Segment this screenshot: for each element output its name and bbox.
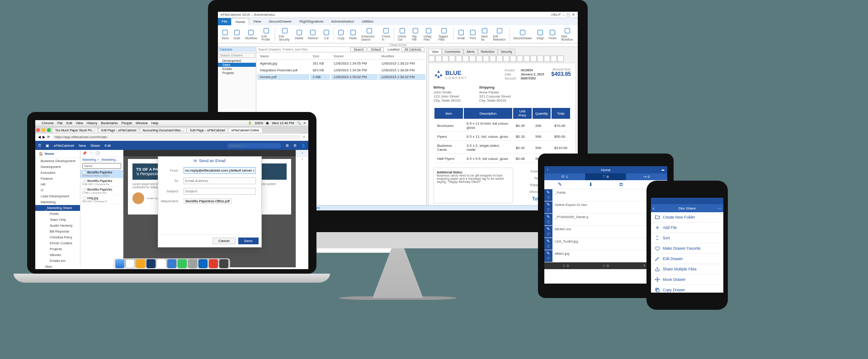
email-to-field[interactable]: [184, 177, 256, 184]
browser-tab[interactable]: Too Much Paper Stock Ph…: [52, 128, 98, 133]
seg-favorite[interactable]: ♡ 8: [585, 173, 627, 180]
pv-tool-icon[interactable]: [435, 56, 442, 62]
menubar-history[interactable]: History: [87, 121, 97, 125]
tb-new[interactable]: New: [79, 144, 86, 148]
menu-extra-icon[interactable]: ≡: [304, 121, 306, 125]
nav-finance[interactable]: Finance: [35, 176, 80, 182]
tb-user-icon[interactable]: 👤: [301, 144, 306, 148]
dock-app-icon[interactable]: [157, 259, 166, 268]
nav-back-icon[interactable]: ◀: [38, 135, 41, 139]
preview-tab-retention[interactable]: Retention: [478, 49, 498, 55]
menubar-bookmarks[interactable]: Bookmarks: [101, 121, 118, 125]
ribbon-securedrawer[interactable]: SecureDrawer: [511, 26, 534, 42]
home-label[interactable]: Home: [45, 152, 54, 156]
pv-tool-icon[interactable]: [503, 56, 509, 62]
pv-tool-icon[interactable]: [483, 56, 489, 62]
webapp-search[interactable]: [227, 143, 281, 148]
tablet-cloud-icon[interactable]: ☁: [658, 166, 667, 173]
ribbon-save-as[interactable]: Save As: [479, 26, 490, 42]
tab-file[interactable]: File: [218, 18, 231, 25]
menubar-people[interactable]: People: [122, 121, 132, 125]
filter-input[interactable]: [82, 163, 121, 169]
tab-right[interactable]: RightSignature: [296, 18, 327, 25]
ribbon-check-out[interactable]: Check Out: [396, 26, 409, 42]
nav-sub[interactable]: Public: [35, 211, 80, 217]
nav-development[interactable]: Development: [35, 164, 80, 170]
dock-settings-icon[interactable]: [188, 259, 197, 268]
pv-tool-icon[interactable]: [544, 56, 550, 62]
phone-action-folder-plus[interactable]: Create New Folder: [651, 212, 723, 223]
ribbon-untag-files[interactable]: Untag Files: [422, 26, 436, 42]
dock-messages-icon[interactable]: [178, 259, 187, 268]
email-cancel-button[interactable]: Cancel: [212, 238, 236, 244]
menubar-window[interactable]: Window: [136, 121, 148, 125]
file-row[interactable]: Integration-Flowchart.pdf823 KB12/8/2015…: [257, 67, 425, 73]
tab-home[interactable]: Home: [231, 18, 249, 25]
tab-view[interactable]: View: [250, 18, 264, 25]
action-edit-icon[interactable]: ✎: [544, 182, 575, 187]
ribbon-start-workflow[interactable]: Start Workflow: [559, 26, 576, 42]
nav-reload-icon[interactable]: ⟳: [47, 135, 50, 139]
nav-fwd-icon[interactable]: ▶: [42, 135, 45, 139]
nav-hr[interactable]: HR: [35, 182, 80, 187]
action-copy-icon[interactable]: ⧉: [606, 182, 637, 187]
ribbon-email[interactable]: Email: [456, 26, 467, 42]
dock-calendar-icon[interactable]: [126, 259, 135, 268]
browser-tab[interactable]: Edit Page – eFileCabinet: [187, 128, 227, 133]
nav-marketing-share[interactable]: _Marketing Share: [35, 205, 80, 211]
col-pin-icon[interactable]: 📌: [82, 151, 87, 155]
menubar-view[interactable]: View: [76, 121, 83, 125]
url-field[interactable]: https://app.efilecabinet.com/#/main: [52, 135, 301, 140]
pv-tool-icon[interactable]: [462, 56, 469, 62]
ribbon-copy[interactable]: Copy: [335, 26, 346, 42]
phone-tools-icon[interactable]: ⋯: [717, 206, 722, 211]
window-close-dot[interactable]: [36, 128, 40, 132]
ribbon-refresh[interactable]: Refresh: [306, 26, 320, 42]
pv-tool-icon[interactable]: [476, 56, 482, 62]
close-icon[interactable]: ✕: [572, 13, 575, 17]
nav-lead-development[interactable]: Lead Development: [35, 193, 80, 199]
col-name[interactable]: Name: [257, 53, 309, 60]
email-body-field[interactable]: [158, 206, 261, 233]
ribbon-check-in[interactable]: Check In: [380, 26, 392, 42]
tree-projects[interactable]: Projects: [218, 71, 256, 75]
email-subject-field[interactable]: [184, 188, 256, 195]
pv-tool-icon[interactable]: [524, 56, 530, 62]
pv-tool-icon[interactable]: [442, 56, 448, 62]
nav-sub[interactable]: Projects: [35, 246, 80, 252]
dock-illustrator-icon[interactable]: [136, 259, 145, 268]
action-download-icon[interactable]: ⬇: [575, 182, 606, 187]
ribbon-scan[interactable]: Scan: [231, 26, 242, 42]
nav-marketing[interactable]: Marketing: [35, 199, 80, 205]
breadcrumb[interactable]: Marketing > _Marketing...: [80, 157, 123, 162]
ribbon-esign[interactable]: eSign: [535, 26, 546, 42]
minimize-icon[interactable]: –: [563, 13, 565, 17]
spotlight-icon[interactable]: 🔍: [297, 121, 301, 125]
drawer-file[interactable]: 📄 bldg.jpg369 KB | Christina P: [80, 196, 123, 204]
phone-action-plus[interactable]: Add File: [651, 223, 723, 233]
nav-sub[interactable]: EDGE Confere: [35, 240, 80, 246]
bookmark-icon[interactable]: ☆: [302, 135, 306, 139]
phone-action-move[interactable]: Move Drawer: [651, 275, 723, 285]
phone-action-copy[interactable]: Copy Drawer: [651, 285, 723, 293]
nav-sub[interactable]: Austin Hesterly: [35, 223, 80, 228]
nav-executive[interactable]: Executive: [35, 170, 80, 176]
pv-tool-icon[interactable]: [456, 56, 462, 62]
pv-tool-icon[interactable]: [490, 56, 496, 62]
ribbon-workflow[interactable]: Workflow: [243, 26, 259, 42]
drawer-file[interactable]: 📄 Benefits-Paperles5.68 MB | Christina P…: [80, 178, 123, 187]
tb-grid-icon[interactable]: ⊞: [286, 144, 289, 148]
ribbon-delete[interactable]: Delete: [293, 26, 305, 42]
preview-tab-comments[interactable]: Comments: [442, 49, 463, 55]
pv-tool-icon[interactable]: [449, 56, 455, 62]
nav-sub[interactable]: Christina Perry: [35, 234, 80, 240]
email-send-button[interactable]: Send: [238, 238, 259, 244]
tree-development[interactable]: Development: [218, 59, 256, 63]
browser-tab[interactable]: Accounting Document Man…: [140, 128, 186, 133]
drawer-file[interactable]: 📄 Benefits-Paperles1 MB | Christina Per: [80, 187, 123, 196]
email-attachment-chip[interactable]: Benefits-Paperless-Office.pdf: [184, 198, 232, 204]
tablet-back-icon[interactable]: ‹: [544, 166, 551, 173]
nav-sub[interactable]: Bill Reynolds: [35, 228, 80, 234]
dock-word-icon[interactable]: [198, 259, 208, 268]
tab-util[interactable]: Utilities: [358, 18, 377, 25]
